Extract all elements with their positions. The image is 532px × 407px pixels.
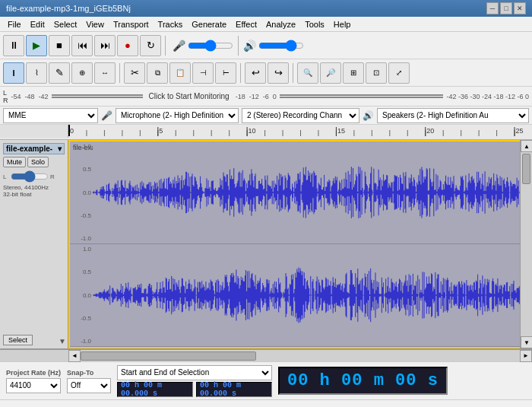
track-panel: file-example- ▾ Mute Solo L R Stereo, 44…	[0, 140, 68, 348]
y-0.5: 0.5	[70, 166, 91, 173]
mute-button[interactable]: Mute	[3, 157, 26, 167]
transport-toolbar: ⏸ ▶ ■ ⏮ ⏭ ● ↻ 🎤 🔊	[0, 32, 532, 59]
project-rate-label: Project Rate (Hz)	[6, 369, 61, 377]
snap-to-group: Snap-To Off Nearest	[67, 369, 111, 393]
mic-device-icon: 🎤	[101, 110, 112, 121]
volume-row: L R	[3, 172, 65, 181]
zoom-in-button[interactable]: 🔍	[297, 62, 318, 84]
scroll-thumb[interactable]	[522, 154, 530, 184]
redo-button[interactable]: ↪	[268, 62, 289, 84]
h-scroll-right-arrow[interactable]: ►	[520, 350, 532, 362]
output-gain-slider[interactable]	[258, 41, 304, 50]
left-meter-l[interactable]	[52, 94, 143, 96]
monitor-text[interactable]: Click to Start Monitoring	[146, 92, 233, 100]
input-gain-slider[interactable]	[188, 41, 233, 50]
track-collapse-arrow[interactable]: ▾	[58, 145, 62, 153]
selection-tool-button[interactable]: I	[3, 62, 24, 84]
zoom-out-button[interactable]: 🔎	[320, 62, 341, 84]
selection-start-time[interactable]: 00 h 00 m 00.000 s	[117, 382, 193, 397]
snap-to-select[interactable]: Off Nearest	[67, 378, 111, 393]
paste-button[interactable]: 📋	[169, 62, 191, 84]
cut-button[interactable]: ✂	[124, 62, 145, 84]
h-scroll-left-arrow[interactable]: ◄	[68, 350, 81, 362]
solo-button[interactable]: Solo	[27, 157, 49, 167]
menu-item-analyze[interactable]: Analyze	[261, 18, 300, 30]
menu-bar: FileEditSelectViewTransportTracksGenerat…	[0, 17, 532, 32]
vertical-scrollbar[interactable]: ▲ ▼	[520, 140, 532, 348]
fit-project-button[interactable]: ⊞	[343, 62, 364, 84]
track-collapse-icon[interactable]: ▼	[59, 337, 66, 345]
menu-item-tools[interactable]: Tools	[300, 18, 329, 30]
right-meter-r[interactable]	[280, 97, 444, 98]
window-controls: ─ □ ✕	[486, 2, 526, 14]
loop-button[interactable]: ↻	[140, 35, 161, 56]
menu-item-generate[interactable]: Generate	[187, 18, 231, 30]
record-button[interactable]: ●	[117, 35, 138, 56]
skip-end-button[interactable]: ⏭	[94, 35, 116, 56]
separator2	[238, 36, 239, 56]
right-meter-l[interactable]	[280, 94, 444, 96]
lr-labels: L R	[3, 89, 8, 104]
timeshift-tool-button[interactable]: ↔	[94, 62, 116, 84]
speaker-icon: 🔊	[243, 40, 256, 52]
time-inputs: 00 h 00 m 00.000 s 00 h 00 m 00.000 s	[117, 382, 272, 397]
copy-button[interactable]: ⧉	[147, 62, 168, 84]
draw-tool-button[interactable]: ✎	[49, 62, 70, 84]
y2-n0.5: -0.5	[70, 315, 91, 322]
menu-item-transport[interactable]: Transport	[109, 18, 154, 30]
track-select-button[interactable]: Select	[3, 335, 33, 345]
y2-n1.0: -1.0	[70, 338, 91, 345]
status-bar: Stopped.	[0, 399, 532, 407]
device-row: MME Windows DirectSound Windows WASAPI 🎤…	[0, 107, 532, 125]
menu-item-edit[interactable]: Edit	[26, 18, 49, 30]
main-time-display: 00 h 00 m 00 s	[278, 367, 448, 395]
waveform-area[interactable]: file-example-mp3-1mg_iGEb5BNj 1.0 0.5 0.…	[68, 140, 532, 348]
undo-button[interactable]: ↩	[245, 62, 266, 84]
pause-button[interactable]: ⏸	[3, 35, 24, 56]
audio-host-select[interactable]: MME Windows DirectSound Windows WASAPI	[3, 108, 98, 123]
menu-item-tracks[interactable]: Tracks	[154, 18, 188, 30]
silence-button[interactable]: ⊢	[215, 62, 236, 84]
timeline-ruler[interactable]	[0, 125, 532, 140]
track-info: Stereo, 44100Hz 32-bit float	[3, 184, 65, 198]
channel-config-select[interactable]: 2 (Stereo) Recording Chann 1 (Mono) Reco…	[242, 108, 359, 123]
h-scroll-track[interactable]	[81, 351, 520, 361]
channel1-y-axis: 1.0 0.5 0.0 -0.5 -1.0	[70, 141, 93, 243]
output-device-select[interactable]: Speakers (2- High Definition Au	[377, 108, 529, 123]
ruler-canvas	[68, 125, 532, 136]
horizontal-scrollbar[interactable]: ◄ ►	[0, 349, 532, 361]
input-device-select[interactable]: Microphone (2- High Definition	[116, 108, 239, 123]
l-vol-label: L	[3, 173, 9, 180]
menu-item-select[interactable]: Select	[49, 18, 82, 30]
zoom-cursor-button[interactable]: ⊕	[71, 62, 93, 84]
gain-slider[interactable]	[11, 172, 49, 181]
zoom-selection-button[interactable]: ⊡	[366, 62, 387, 84]
scroll-down-arrow[interactable]: ▼	[521, 336, 532, 348]
fit-vertical-button[interactable]: ⤢	[388, 62, 410, 84]
y-n1.0: -1.0	[70, 235, 91, 242]
left-meter-r[interactable]	[52, 97, 143, 98]
r-label: R	[3, 97, 8, 104]
trim-button[interactable]: ⊣	[192, 62, 214, 84]
scroll-up-arrow[interactable]: ▲	[521, 140, 532, 152]
selection-end-time[interactable]: 00 h 00 m 00.000 s	[196, 382, 272, 397]
selection-dropdown[interactable]: Start and End of Selection	[117, 365, 272, 380]
waveform-container[interactable]: file-example-mp3-1mg_iGEb5BNj 1.0 0.5 0.…	[68, 140, 532, 348]
maximize-button[interactable]: □	[500, 2, 512, 14]
track-name[interactable]: file-example- ▾	[3, 143, 65, 154]
close-button[interactable]: ✕	[514, 2, 526, 14]
menu-item-effect[interactable]: Effect	[231, 18, 261, 30]
skip-start-button[interactable]: ⏮	[71, 35, 93, 56]
track-controls: Mute Solo	[3, 157, 65, 167]
minimize-button[interactable]: ─	[486, 2, 499, 14]
envelope-tool-button[interactable]: ⌇	[26, 62, 47, 84]
menu-item-help[interactable]: Help	[329, 18, 356, 30]
project-rate-select[interactable]: 44100 48000 22050	[6, 378, 61, 393]
menu-item-file[interactable]: File	[3, 18, 26, 30]
stop-button[interactable]: ■	[49, 35, 70, 56]
h-scroll-thumb[interactable]	[81, 351, 256, 361]
main-area: file-example- ▾ Mute Solo L R Stereo, 44…	[0, 140, 532, 349]
menu-item-view[interactable]: View	[81, 18, 109, 30]
ruler-track-gap	[0, 125, 68, 138]
play-button[interactable]: ▶	[26, 35, 47, 56]
